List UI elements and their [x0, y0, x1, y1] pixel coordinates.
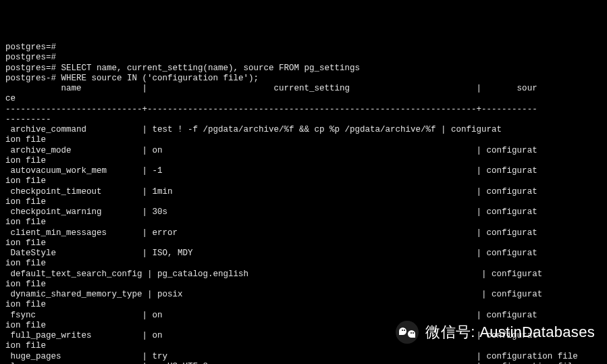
result-row: autovacuum_work_mem | -1 | configurat — [5, 166, 602, 176]
prompt-line-2: postgres=# SELECT name, current_setting(… — [5, 63, 602, 74]
result-row-wrap: ion file — [5, 156, 602, 166]
column-header-line: name | current_setting | sour — [5, 84, 602, 94]
prompt-line-3: postgres-# WHERE source IN ('configurati… — [5, 74, 602, 84]
result-row: full_page_writes | on | configurat — [5, 331, 602, 341]
result-row: huge_pages | try | configuration file — [5, 352, 602, 362]
column-header-wrap: ce — [5, 94, 602, 104]
separator-line: ---------------------------+------------… — [5, 105, 602, 115]
result-row-wrap: ion file — [5, 238, 602, 249]
result-row-wrap: ion file — [5, 217, 602, 228]
separator-wrap: --------- — [5, 115, 602, 125]
result-row: default_text_search_config | pg_catalog.… — [5, 269, 602, 280]
terminal-output[interactable]: postgres=#postgres=#postgres=# SELECT na… — [5, 43, 602, 364]
result-row: client_min_messages | error | configurat — [5, 228, 602, 238]
result-row: archive_mode | on | configurat — [5, 146, 602, 156]
result-row: checkpoint_timeout | 1min | configurat — [5, 187, 602, 197]
result-row-wrap: ion file — [5, 321, 602, 331]
result-row: dynamic_shared_memory_type | posix | con… — [5, 290, 602, 300]
result-row-wrap: ion file — [5, 197, 602, 207]
result-row: archive_command | test ! -f /pgdata/arch… — [5, 125, 602, 135]
result-row-wrap: ion file — [5, 300, 602, 310]
result-row: checkpoint_warning | 30s | configurat — [5, 207, 602, 217]
result-row-wrap: ion file — [5, 176, 602, 186]
result-row-wrap: ion file — [5, 280, 602, 290]
result-row-wrap: ion file — [5, 341, 602, 351]
prompt-line-0: postgres=# — [5, 43, 602, 53]
result-row-wrap: ion file — [5, 259, 602, 269]
result-row: DateStyle | ISO, MDY | configurat — [5, 249, 602, 259]
result-row: fsync | on | configurat — [5, 311, 602, 321]
prompt-line-1: postgres=# — [5, 53, 602, 63]
result-row-wrap: ion file — [5, 135, 602, 145]
